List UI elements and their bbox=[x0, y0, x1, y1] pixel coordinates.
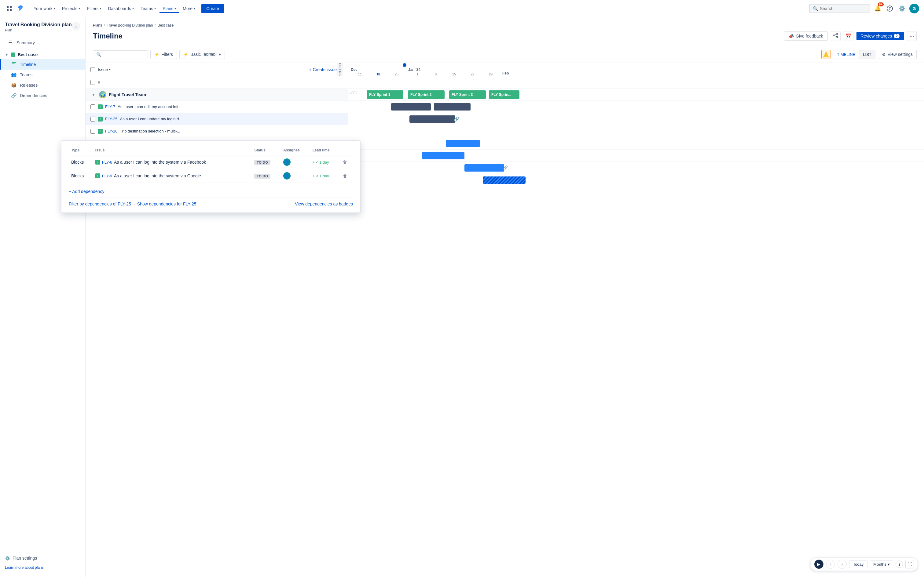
search-input[interactable] bbox=[820, 6, 867, 11]
months-select[interactable]: Months ▾ bbox=[870, 561, 893, 568]
expand-button[interactable]: ▼ bbox=[90, 92, 97, 98]
learn-more-link[interactable]: Learn more about plans bbox=[0, 563, 85, 572]
settings-button[interactable]: ⚙️ bbox=[897, 4, 907, 13]
checkbox[interactable] bbox=[90, 80, 95, 85]
month-dec: Dec bbox=[351, 68, 406, 72]
page-title: Timeline bbox=[93, 32, 123, 40]
dep-issue-id[interactable]: FLY-9 bbox=[102, 174, 112, 178]
feedback-button[interactable]: 📣 Give feedback bbox=[784, 31, 828, 40]
show-deps-link[interactable]: Show dependencies for FLY-25 bbox=[137, 201, 197, 206]
assignee-avatar: 👤 bbox=[283, 158, 291, 166]
filters-button[interactable]: ⚡ Filters bbox=[150, 50, 177, 59]
fullscreen-button[interactable]: ⛶ bbox=[905, 560, 914, 569]
add-dependency-button[interactable]: + Add dependency bbox=[86, 188, 104, 195]
sidebar-item-summary[interactable]: ☰ Summary bbox=[2, 37, 83, 48]
checkbox[interactable] bbox=[90, 117, 95, 121]
play-button[interactable]: ▶ bbox=[814, 559, 824, 569]
toolbar-search-input[interactable] bbox=[103, 52, 145, 57]
select-all-checkbox[interactable] bbox=[90, 67, 95, 72]
nav-teams[interactable]: Teams ▾ bbox=[137, 4, 159, 13]
checkbox[interactable] bbox=[90, 105, 95, 109]
sidebar-item-dependencies[interactable]: 🔗 Dependencies bbox=[0, 90, 85, 101]
top-nav-right: 🔍 🔔 9+ ? ⚙️ G bbox=[809, 4, 919, 13]
dep-delete-fly6[interactable]: 🗑 bbox=[340, 155, 353, 169]
task-bar-fly11[interactable]: 🔗 bbox=[464, 164, 504, 172]
sidebar-item-releases[interactable]: 📦 Releases bbox=[0, 80, 85, 90]
create-button[interactable]: Create bbox=[201, 4, 224, 13]
task-bar-fly16[interactable] bbox=[422, 152, 464, 160]
checkbox[interactable] bbox=[90, 129, 95, 134]
basic-dropdown-button[interactable]: ⚡ Basic EDITED ▾ bbox=[179, 50, 225, 59]
grid-icon[interactable] bbox=[5, 4, 13, 13]
dep-issue-id[interactable]: FLY-6 bbox=[102, 160, 112, 164]
search-icon: 🔍 bbox=[96, 52, 101, 57]
sprint-bar-3[interactable]: FLY Sprint 3 bbox=[449, 90, 486, 99]
calendar-icon-button[interactable]: 📅 bbox=[844, 31, 853, 41]
next-button[interactable]: › bbox=[838, 559, 847, 569]
settings-icon: ⚙️ bbox=[5, 556, 10, 561]
today-button[interactable]: Today bbox=[849, 561, 868, 568]
view-as-badges-link[interactable]: View dependencies as badges bbox=[295, 201, 353, 206]
sprint-bar-1[interactable]: FLY Sprint 1 bbox=[367, 90, 403, 99]
filter-by-deps-link[interactable]: Filter by dependencies of FLY-25 bbox=[86, 201, 131, 206]
share-button[interactable] bbox=[831, 31, 841, 41]
nav-projects[interactable]: Projects ▾ bbox=[59, 4, 83, 13]
dep-type-fly9: Blocks bbox=[86, 169, 93, 183]
chevron-down-icon: ▾ bbox=[54, 7, 55, 10]
gantt-body: ...rint FLY Sprint 1 FLY Sprint 2 FLY Sp… bbox=[348, 76, 924, 186]
svg-rect-0 bbox=[7, 6, 8, 8]
sidebar-item-plan-settings[interactable]: ⚙️ Plan settings bbox=[0, 553, 85, 563]
user-avatar[interactable]: G bbox=[909, 4, 919, 13]
issue-id[interactable]: FLY-25 bbox=[105, 117, 117, 121]
nav-plans[interactable]: Plans ▾ bbox=[160, 4, 179, 13]
breadcrumb-plans[interactable]: Plans bbox=[93, 23, 102, 27]
issue-id[interactable]: FLY-7 bbox=[105, 105, 115, 109]
issue-id[interactable]: FLY-16 bbox=[105, 129, 117, 134]
task-bar-extra[interactable] bbox=[446, 140, 480, 147]
task-bar-fly7[interactable] bbox=[391, 103, 431, 111]
summary-icon: ☰ bbox=[7, 40, 13, 45]
svg-rect-2 bbox=[7, 9, 8, 11]
dep-lead-fly9: + < 1 day bbox=[310, 169, 340, 183]
date-25: 25 bbox=[388, 73, 406, 76]
dep-delete-fly9[interactable]: 🗑 bbox=[340, 169, 353, 183]
more-options-button[interactable]: ··· bbox=[907, 31, 917, 41]
prev-button[interactable]: ‹ bbox=[826, 559, 835, 569]
timeline-view-button[interactable]: TIMELINE bbox=[833, 50, 859, 59]
nav-dashboards[interactable]: Dashboards ▾ bbox=[105, 4, 137, 13]
gantt-row-hash bbox=[348, 76, 924, 89]
view-toggle: TIMELINE LIST bbox=[833, 50, 875, 59]
today-line bbox=[403, 76, 403, 186]
list-view-button[interactable]: LIST bbox=[859, 50, 875, 59]
app-logo[interactable] bbox=[16, 4, 26, 13]
notifications-button[interactable]: 🔔 9+ bbox=[873, 4, 882, 13]
date-jan-15: 15 bbox=[445, 73, 463, 76]
task-bar-fly7-2[interactable] bbox=[434, 103, 470, 111]
breadcrumb-division-plan[interactable]: Travel Booking Division plan bbox=[107, 23, 153, 27]
task-bar-fly13[interactable] bbox=[483, 176, 525, 184]
sidebar-item-timeline[interactable]: Timeline bbox=[0, 59, 85, 69]
breadcrumb-best-case[interactable]: Best case bbox=[158, 23, 174, 27]
issue-col-header[interactable]: Issue ▾ bbox=[98, 67, 111, 72]
create-issue-button[interactable]: + Create issue bbox=[309, 67, 337, 72]
toolbar-search[interactable]: 🔍 bbox=[93, 50, 148, 58]
nav-your-work[interactable]: Your work ▾ bbox=[31, 4, 58, 13]
sidebar-item-teams[interactable]: 👥 Teams bbox=[0, 69, 85, 80]
sprint-bar-2[interactable]: FLY Sprint 2 bbox=[408, 90, 444, 99]
delete-icon[interactable]: 🗑 bbox=[343, 160, 347, 164]
delete-icon[interactable]: 🗑 bbox=[343, 173, 347, 178]
best-case-header[interactable]: ▼ Best case bbox=[0, 50, 85, 59]
sprint-bar-4[interactable]: FLY Sprin... bbox=[489, 90, 519, 99]
nav-filters[interactable]: Filters ▾ bbox=[84, 4, 104, 13]
search-box[interactable]: 🔍 bbox=[809, 4, 870, 13]
top-nav: Your work ▾ Projects ▾ Filters ▾ Dashboa… bbox=[0, 0, 924, 17]
review-changes-button[interactable]: Review changes 2 bbox=[856, 32, 904, 40]
bottom-controls: ▶ ‹ › Today Months ▾ ℹ ⛶ bbox=[810, 558, 918, 571]
nav-more[interactable]: More ▾ bbox=[180, 4, 198, 13]
info-button[interactable]: ℹ bbox=[896, 561, 903, 568]
help-button[interactable]: ? bbox=[885, 4, 895, 13]
collapse-button[interactable]: ‹ bbox=[72, 22, 80, 31]
view-settings-button[interactable]: ⚙ View settings bbox=[878, 50, 917, 59]
date-jan-1: 1 bbox=[408, 73, 426, 76]
task-bar-fly25[interactable]: 🔗 bbox=[409, 115, 455, 123]
